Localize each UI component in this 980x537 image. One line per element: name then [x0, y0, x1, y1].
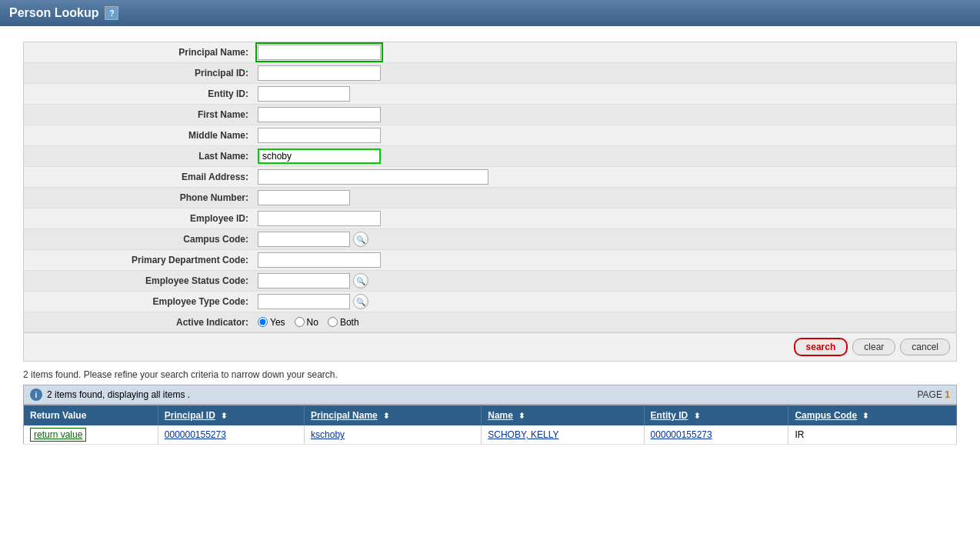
principal-id-link[interactable]: 000000155273 — [165, 429, 226, 440]
principal-name-row: Principal Name: — [24, 42, 956, 63]
principal-name-sort-icon: ⬍ — [383, 412, 389, 420]
principal-name-result-link[interactable]: kschoby — [311, 429, 345, 440]
emp-status-field: 🔍 — [255, 271, 956, 291]
radio-both-text: Both — [340, 317, 359, 328]
help-icon[interactable]: ? — [105, 6, 118, 20]
col-campus-code-link[interactable]: Campus Code — [795, 410, 857, 421]
employee-id-field — [255, 208, 956, 228]
email-input[interactable] — [258, 169, 488, 185]
principal-id-cell[interactable]: 000000155273 — [158, 425, 304, 445]
principal-id-label: Principal ID: — [24, 65, 255, 81]
table-row: return value 000000155273 kschoby SCHOBY… — [24, 425, 957, 445]
col-name-link[interactable]: Name — [488, 410, 513, 421]
emp-type-label: Employee Type Code: — [24, 294, 255, 309]
emp-type-field: 🔍 — [255, 292, 956, 312]
entity-id-result-link[interactable]: 000000155273 — [651, 429, 712, 440]
radio-yes[interactable] — [258, 317, 268, 327]
col-return-value: Return Value — [24, 405, 158, 426]
email-row: Email Address: — [24, 167, 956, 188]
principal-name-input[interactable] — [258, 45, 381, 60]
entity-id-input[interactable] — [258, 86, 350, 102]
page-num: 1 — [945, 389, 950, 400]
principal-name-cell[interactable]: kschoby — [305, 425, 482, 445]
middle-name-field — [255, 125, 956, 145]
page-info: PAGE 1 — [918, 389, 951, 400]
radio-both-label[interactable]: Both — [328, 317, 359, 328]
col-campus-code[interactable]: Campus Code ⬍ — [788, 405, 957, 426]
results-message: 2 items found. Please refine your search… — [23, 369, 957, 380]
phone-label: Phone Number: — [24, 190, 255, 205]
principal-name-field — [255, 42, 956, 62]
cancel-button[interactable]: cancel — [900, 339, 950, 355]
dept-code-label: Primary Department Code: — [24, 252, 255, 268]
col-name[interactable]: Name ⬍ — [482, 405, 644, 426]
search-button[interactable]: search — [794, 338, 848, 356]
col-principal-name[interactable]: Principal Name ⬍ — [305, 405, 482, 426]
email-field — [255, 167, 956, 187]
page-header: Person Lookup ? — [0, 0, 980, 26]
principal-id-sort-icon: ⬍ — [221, 412, 227, 420]
col-principal-name-link[interactable]: Principal Name — [311, 410, 378, 421]
col-entity-id[interactable]: Entity ID ⬍ — [644, 405, 788, 426]
principal-id-input[interactable] — [258, 65, 381, 81]
last-name-input[interactable] — [258, 148, 381, 164]
radio-yes-label[interactable]: Yes — [258, 317, 285, 328]
page-title: Person Lookup — [9, 6, 98, 20]
table-header-row: Return Value Principal ID ⬍ Principal Na… — [24, 405, 957, 426]
dept-code-input[interactable] — [258, 252, 381, 268]
col-principal-id-link[interactable]: Principal ID — [165, 410, 215, 421]
campus-code-input[interactable] — [258, 232, 350, 247]
clear-button[interactable]: clear — [852, 339, 895, 355]
entity-id-cell[interactable]: 000000155273 — [644, 425, 788, 445]
first-name-field — [255, 105, 956, 125]
first-name-label: First Name: — [24, 107, 255, 122]
campus-code-sort-icon: ⬍ — [862, 412, 868, 420]
emp-status-lookup-icon[interactable]: 🔍 — [353, 273, 368, 289]
name-result-link[interactable]: SCHOBY, KELLY — [488, 429, 558, 440]
radio-no[interactable] — [295, 317, 305, 327]
emp-status-row: Employee Status Code: 🔍 — [24, 271, 956, 292]
page-label: PAGE — [918, 389, 942, 400]
phone-field — [255, 188, 956, 208]
active-indicator-row: Active Indicator: Yes No Both — [24, 312, 956, 332]
return-value-link[interactable]: return value — [30, 428, 86, 442]
active-indicator-field: Yes No Both — [255, 315, 956, 330]
principal-id-field — [255, 63, 956, 83]
entity-id-field — [255, 84, 956, 104]
entity-id-label: Entity ID: — [24, 86, 255, 102]
entity-id-row: Entity ID: — [24, 84, 956, 105]
phone-input[interactable] — [258, 190, 350, 205]
buttons-row: search clear cancel — [24, 332, 956, 361]
principal-id-row: Principal ID: — [24, 63, 956, 84]
search-form: Principal Name: Principal ID: Entity ID:… — [23, 42, 957, 362]
emp-type-input[interactable] — [258, 294, 350, 309]
last-name-row: Last Name: — [24, 146, 956, 167]
col-principal-id[interactable]: Principal ID ⬍ — [158, 405, 304, 426]
name-sort-icon: ⬍ — [518, 412, 525, 420]
emp-type-lookup-icon[interactable]: 🔍 — [353, 294, 368, 309]
email-label: Email Address: — [24, 169, 255, 185]
emp-type-row: Employee Type Code: 🔍 — [24, 292, 956, 312]
first-name-row: First Name: — [24, 105, 956, 125]
campus-code-field: 🔍 — [255, 229, 956, 249]
emp-status-input[interactable] — [258, 273, 350, 289]
radio-no-label[interactable]: No — [295, 317, 318, 328]
middle-name-row: Middle Name: — [24, 125, 956, 146]
col-entity-id-link[interactable]: Entity ID — [651, 410, 688, 421]
campus-code-row: Campus Code: 🔍 — [24, 229, 956, 250]
radio-yes-text: Yes — [270, 317, 285, 328]
first-name-input[interactable] — [258, 107, 381, 122]
phone-row: Phone Number: — [24, 188, 956, 208]
active-indicator-label: Active Indicator: — [24, 315, 255, 330]
return-value-cell[interactable]: return value — [24, 425, 158, 445]
results-info-left: i 2 items found, displaying all items . — [30, 389, 190, 401]
campus-code-cell: IR — [788, 425, 957, 445]
name-cell[interactable]: SCHOBY, KELLY — [482, 425, 644, 445]
entity-id-sort-icon: ⬍ — [694, 412, 700, 420]
campus-code-label: Campus Code: — [24, 232, 255, 247]
radio-both[interactable] — [328, 317, 338, 327]
campus-code-lookup-icon[interactable]: 🔍 — [353, 232, 368, 247]
employee-id-input[interactable] — [258, 211, 381, 226]
results-info-bar: i 2 items found, displaying all items . … — [23, 385, 957, 405]
middle-name-input[interactable] — [258, 128, 381, 143]
